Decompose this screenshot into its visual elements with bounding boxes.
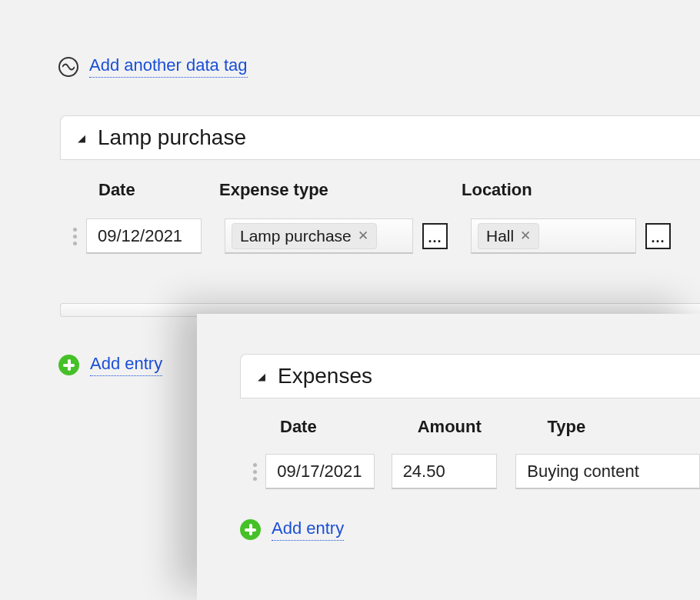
- amount-input[interactable]: 24.50: [392, 454, 498, 489]
- plus-icon: [240, 519, 261, 540]
- plus-icon: [58, 355, 79, 375]
- panel2-title: Expenses: [278, 364, 372, 388]
- col-header-amount: Amount: [418, 417, 548, 437]
- add-data-tag-label: Add another data tag: [89, 55, 248, 78]
- chip-label: Hall: [486, 227, 514, 245]
- col-header-type: Type: [547, 417, 700, 437]
- expense-type-tagbox[interactable]: Lamp purchase ✕: [225, 218, 413, 254]
- close-icon[interactable]: ✕: [520, 228, 531, 244]
- wave-icon: [58, 57, 78, 77]
- date-input[interactable]: 09/17/2021: [265, 454, 374, 489]
- location-picker-button[interactable]: ...: [645, 223, 671, 249]
- add-entry-label: Add entry: [90, 354, 162, 376]
- col-header-date: Date: [98, 180, 219, 200]
- panel2-columns: Date Amount Type: [197, 398, 700, 454]
- drag-handle-icon[interactable]: [63, 228, 86, 245]
- caret-down-icon: ◢: [258, 371, 265, 382]
- add-data-tag-link[interactable]: Add another data tag: [58, 55, 248, 78]
- col-header-expense-type: Expense type: [219, 180, 462, 200]
- add-entry-label: Add entry: [272, 518, 344, 541]
- col-header-date: Date: [280, 417, 418, 437]
- panel1-header[interactable]: ◢ Lamp purchase: [60, 115, 700, 160]
- date-input[interactable]: 09/12/2021: [86, 218, 202, 254]
- panel2-row: 09/17/2021 24.50 Buying content: [197, 454, 700, 489]
- panel-expenses: ◢ Expenses Date Amount Type 09/17/2021 2…: [197, 314, 700, 600]
- caret-down-icon: ◢: [78, 132, 85, 144]
- expense-type-chip: Lamp purchase ✕: [232, 223, 377, 249]
- drag-handle-icon[interactable]: [245, 463, 265, 481]
- chip-label: Lamp purchase: [240, 227, 352, 245]
- location-chip: Hall ✕: [478, 223, 539, 249]
- close-icon[interactable]: ✕: [358, 228, 368, 244]
- panel-lamp-purchase: ◢ Lamp purchase Date Expense type Locati…: [60, 115, 700, 254]
- location-tagbox[interactable]: Hall ✕: [471, 218, 636, 254]
- type-input[interactable]: Buying content: [515, 454, 700, 489]
- col-header-location: Location: [462, 180, 662, 200]
- panel1-columns: Date Expense type Location: [60, 160, 700, 218]
- add-entry-link[interactable]: Add entry: [58, 354, 162, 376]
- panel1-row: 09/12/2021 Lamp purchase ✕ ... Hall ✕ ..…: [60, 218, 700, 254]
- panel1-title: Lamp purchase: [98, 125, 246, 150]
- add-entry-link[interactable]: Add entry: [240, 518, 700, 541]
- expense-type-picker-button[interactable]: ...: [422, 223, 448, 249]
- panel2-header[interactable]: ◢ Expenses: [240, 354, 700, 398]
